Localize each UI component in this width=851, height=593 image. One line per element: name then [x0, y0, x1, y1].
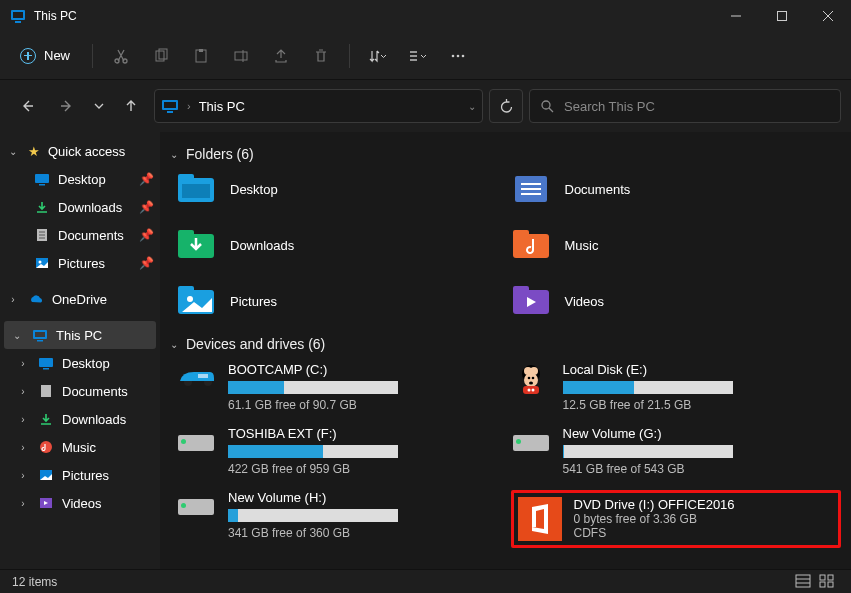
titlebar: This PC: [0, 0, 851, 32]
music-folder-icon: [511, 228, 551, 262]
copy-button[interactable]: [141, 37, 181, 75]
sidebar-item-label: Documents: [62, 384, 128, 399]
drive-label: DVD Drive (I:) OFFICE2016: [574, 497, 774, 512]
breadcrumb[interactable]: › This PC ⌄: [154, 89, 483, 123]
sidebar-item-pictures[interactable]: › Pictures: [0, 461, 160, 489]
status-bar: 12 items: [0, 569, 851, 593]
refresh-button[interactable]: [489, 89, 523, 123]
drive-free: 422 GB free of 959 GB: [228, 462, 428, 476]
drive-e[interactable]: Local Disk (E:) 12.5 GB free of 21.5 GB: [511, 362, 842, 412]
sidebar-onedrive[interactable]: › OneDrive: [0, 285, 160, 313]
sidebar-item-label: Music: [62, 440, 96, 455]
cloud-icon: [28, 291, 44, 307]
sidebar-item-videos[interactable]: › Videos: [0, 489, 160, 517]
svg-point-70: [527, 389, 530, 392]
pin-icon: 📌: [139, 200, 154, 214]
sidebar-this-pc[interactable]: ⌄ This PC: [4, 321, 156, 349]
sidebar-item-documents[interactable]: Documents 📌: [0, 221, 160, 249]
sidebar-item-downloads[interactable]: Downloads 📌: [0, 193, 160, 221]
back-button[interactable]: [10, 89, 44, 123]
sidebar-item-downloads[interactable]: › Downloads: [0, 405, 160, 433]
sidebar-quick-access[interactable]: ⌄ ★ Quick access: [0, 138, 160, 165]
paste-button[interactable]: [181, 37, 221, 75]
drive-bar: [563, 381, 733, 394]
drive-g[interactable]: New Volume (G:) 541 GB free of 543 GB: [511, 426, 842, 476]
chevron-right-icon: ›: [16, 358, 30, 369]
close-button[interactable]: [805, 0, 851, 32]
pc-icon: [10, 8, 26, 24]
chevron-down-icon: ⌄: [6, 146, 20, 157]
sidebar-item-music[interactable]: › Music: [0, 433, 160, 461]
drive-free: 341 GB free of 360 GB: [228, 526, 428, 540]
separator: [92, 44, 93, 68]
cut-button[interactable]: [101, 37, 141, 75]
maximize-button[interactable]: [759, 0, 805, 32]
forward-button[interactable]: [50, 89, 84, 123]
folder-label: Music: [565, 238, 599, 253]
sidebar-item-desktop[interactable]: Desktop 📌: [0, 165, 160, 193]
breadcrumb-item[interactable]: This PC: [199, 99, 245, 114]
drive-h[interactable]: New Volume (H:) 341 GB free of 360 GB: [176, 490, 507, 548]
folders-grid: Desktop Documents Downloads Music Pictur…: [176, 172, 841, 318]
documents-folder-icon: [511, 172, 551, 206]
svg-point-19: [457, 54, 460, 57]
folder-desktop[interactable]: Desktop: [176, 172, 507, 206]
folder-videos[interactable]: Videos: [511, 284, 842, 318]
chevron-right-icon: ›: [16, 498, 30, 509]
rename-button[interactable]: [221, 37, 261, 75]
drive-i-dvd[interactable]: DVD Drive (I:) OFFICE2016 0 bytes free o…: [511, 490, 842, 548]
group-folders-header[interactable]: ⌄ Folders (6): [170, 146, 841, 162]
delete-button[interactable]: [301, 37, 341, 75]
view-button[interactable]: [398, 37, 438, 75]
sidebar-item-desktop[interactable]: › Desktop: [0, 349, 160, 377]
more-button[interactable]: [438, 37, 478, 75]
new-button[interactable]: New: [6, 42, 84, 70]
search-input[interactable]: [564, 99, 830, 114]
drive-c[interactable]: BOOTCAMP (C:) 61.1 GB free of 90.7 GB: [176, 362, 507, 412]
drive-free: 541 GB free of 543 GB: [563, 462, 763, 476]
window-title: This PC: [34, 9, 713, 23]
download-icon: [34, 199, 50, 215]
sidebar-item-label: Downloads: [62, 412, 126, 427]
share-button[interactable]: [261, 37, 301, 75]
up-button[interactable]: [114, 89, 148, 123]
svg-point-8: [123, 59, 127, 63]
details-view-button[interactable]: [795, 574, 815, 590]
sidebar-item-label: Downloads: [58, 200, 122, 215]
folder-pictures[interactable]: Pictures: [176, 284, 507, 318]
minimize-button[interactable]: [713, 0, 759, 32]
svg-rect-69: [523, 386, 539, 394]
pin-icon: 📌: [139, 228, 154, 242]
folder-music[interactable]: Music: [511, 228, 842, 262]
svg-point-18: [452, 54, 455, 57]
svg-rect-26: [35, 174, 49, 183]
folder-label: Videos: [565, 294, 605, 309]
folder-label: Pictures: [230, 294, 277, 309]
search-box[interactable]: [529, 89, 841, 123]
folder-downloads[interactable]: Downloads: [176, 228, 507, 262]
svg-point-24: [542, 101, 550, 109]
sort-button[interactable]: [358, 37, 398, 75]
svg-rect-78: [820, 582, 825, 587]
drive-free: 61.1 GB free of 90.7 GB: [228, 398, 428, 412]
videos-folder-icon: [511, 284, 551, 318]
drive-bar: [228, 509, 398, 522]
svg-point-67: [531, 377, 534, 380]
sidebar-item-documents[interactable]: › Documents: [0, 377, 160, 405]
folder-label: Desktop: [230, 182, 278, 197]
chevron-down-icon: ⌄: [10, 330, 24, 341]
recent-button[interactable]: [90, 89, 108, 123]
desktop-folder-icon: [176, 172, 216, 206]
svg-point-20: [462, 54, 465, 57]
folder-label: Documents: [565, 182, 631, 197]
svg-point-40: [40, 441, 52, 453]
drive-f[interactable]: TOSHIBA EXT (F:) 422 GB free of 959 GB: [176, 426, 507, 476]
group-drives-header[interactable]: ⌄ Devices and drives (6): [170, 336, 841, 352]
sidebar-item-pictures[interactable]: Pictures 📌: [0, 249, 160, 277]
folder-documents[interactable]: Documents: [511, 172, 842, 206]
chevron-down-icon[interactable]: ⌄: [468, 101, 476, 112]
sidebar-label: This PC: [56, 328, 102, 343]
thumbnails-view-button[interactable]: [819, 574, 839, 590]
svg-rect-77: [828, 575, 833, 580]
drive-icon: [176, 362, 216, 396]
